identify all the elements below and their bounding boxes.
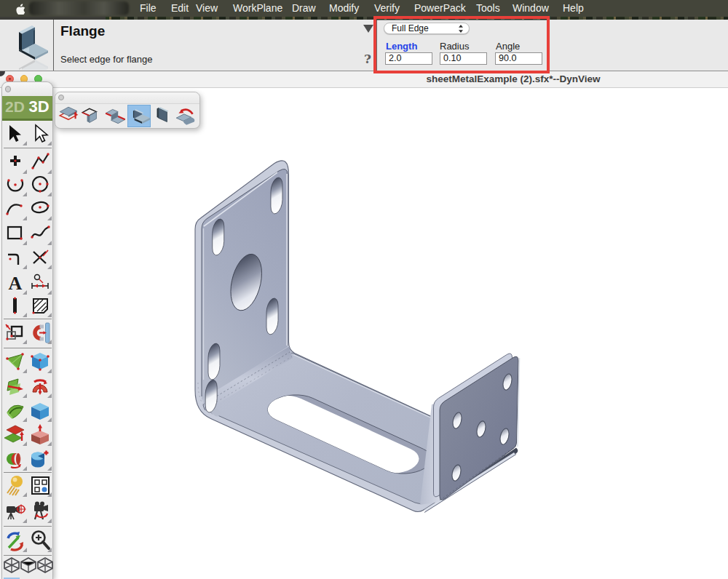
app-screen: File Edit View WorkPlane Draw Modify Ver… xyxy=(0,0,728,579)
smtool-unfold[interactable] xyxy=(174,105,197,127)
tool-zoom-plus[interactable] xyxy=(28,529,52,553)
menu-window[interactable]: Window xyxy=(513,0,549,17)
tool-hatch[interactable] xyxy=(28,294,52,318)
smtool-base-flange[interactable] xyxy=(57,105,80,127)
tool-title: Flange xyxy=(60,23,105,39)
flyout-corner-icon xyxy=(23,313,27,317)
tool-rotate-view[interactable] xyxy=(4,529,28,553)
header-divider xyxy=(53,20,54,71)
sheet-metal-bracket-model[interactable] xyxy=(0,88,728,579)
tool-prompt-text: Select edge for flange xyxy=(60,54,152,65)
menu-draw[interactable]: Draw xyxy=(292,0,316,17)
tool-rectangle[interactable] xyxy=(4,222,28,246)
palette-separator xyxy=(4,526,52,527)
flyout-corner-icon xyxy=(23,519,27,523)
flyout-corner-icon xyxy=(23,216,27,220)
z-bend-icon xyxy=(104,105,127,127)
mode-2d-button[interactable]: 2D xyxy=(4,98,26,116)
smtool-edge-flange[interactable] xyxy=(80,105,103,127)
tool-spline[interactable] xyxy=(28,222,52,246)
flyout-corner-icon xyxy=(23,548,27,552)
tool-roll-cylinder[interactable] xyxy=(4,447,28,471)
iso-cube-axis-icon xyxy=(37,556,53,574)
flyout-corner-icon xyxy=(47,216,52,220)
tool-stack-layers[interactable] xyxy=(4,423,28,447)
apple-icon[interactable] xyxy=(15,3,25,15)
menu-verify[interactable]: Verify xyxy=(374,0,400,17)
edge-flange-icon xyxy=(80,105,103,127)
tool-ellipse[interactable] xyxy=(28,197,52,221)
menu-edit[interactable]: Edit xyxy=(171,0,189,17)
tool-polyline[interactable] xyxy=(28,151,52,175)
tool-offset[interactable] xyxy=(4,321,28,345)
tool-dimension[interactable] xyxy=(28,271,52,295)
flyout-corner-icon xyxy=(23,192,27,196)
tool-render-settings[interactable] xyxy=(28,474,52,498)
tool-walkthrough-camera[interactable] xyxy=(28,500,52,524)
tool-render-sphere[interactable] xyxy=(4,474,28,498)
tool-text[interactable]: A xyxy=(4,271,28,295)
flyout-corner-icon xyxy=(47,340,52,344)
menu-modify[interactable]: Modify xyxy=(329,0,359,17)
menu-workplane[interactable]: WorkPlane xyxy=(233,0,282,17)
flyout-corner-icon xyxy=(47,492,52,497)
tool-camera-target[interactable] xyxy=(4,500,28,524)
menu-view[interactable]: View xyxy=(196,0,218,17)
tool-revolve-arch[interactable] xyxy=(28,375,52,399)
tool-arc[interactable] xyxy=(4,174,28,198)
flyout-corner-icon xyxy=(47,369,52,373)
palette-separator xyxy=(4,319,52,319)
flyout-corner-icon xyxy=(47,519,52,523)
sheetmetal-toolbar xyxy=(55,92,200,129)
tool-iso-cube-plain[interactable] xyxy=(20,556,37,578)
tool-iso-cube-axis[interactable] xyxy=(37,556,54,578)
tool-fillet-corner[interactable] xyxy=(4,246,28,270)
tool-curve[interactable] xyxy=(4,197,28,221)
flyout-corner-icon xyxy=(23,442,27,446)
menu-tools[interactable]: Tools xyxy=(476,0,500,17)
tool-iso-cube-wire[interactable] xyxy=(4,556,20,578)
svg-text:A: A xyxy=(9,273,23,294)
sheetmetal-toolbar-close-button[interactable] xyxy=(58,95,64,100)
tool-magnet-snap[interactable] xyxy=(28,321,52,345)
tool-boolean-add[interactable] xyxy=(28,447,52,471)
question-mark-icon[interactable]: ? xyxy=(364,52,371,66)
tool-select-open-arrow[interactable] xyxy=(28,122,52,146)
tool-cube-primitive[interactable] xyxy=(28,350,52,374)
palette-separator xyxy=(4,472,52,473)
palette-titlebar[interactable] xyxy=(2,82,52,97)
triangle-down-icon[interactable] xyxy=(363,25,373,33)
flyout-corner-icon xyxy=(47,442,52,446)
document-titlebar xyxy=(0,71,728,89)
sheetmetal-toolbar-titlebar[interactable] xyxy=(55,92,199,104)
flyout-corner-icon xyxy=(23,466,27,471)
flange-tool-icon xyxy=(9,22,54,70)
mode-3d-button[interactable]: 3D xyxy=(28,97,51,116)
tool-trim-cross[interactable] xyxy=(28,246,52,270)
drawing-canvas[interactable] xyxy=(0,88,728,579)
flyout-corner-icon xyxy=(47,548,52,552)
mode-toggle[interactable]: 2D 3D xyxy=(2,96,52,121)
flyout-corner-icon xyxy=(23,141,27,145)
tool-point[interactable] xyxy=(4,151,28,175)
palette-separator xyxy=(4,348,52,348)
flyout-corner-icon xyxy=(47,313,52,317)
flyout-corner-icon xyxy=(23,418,27,422)
tool-circle[interactable] xyxy=(28,174,52,198)
flyout-corner-icon xyxy=(23,241,27,245)
tool-extrude-face[interactable] xyxy=(28,423,52,447)
flyout-corner-icon xyxy=(23,492,27,497)
smtool-flange[interactable] xyxy=(127,105,151,127)
tool-sweep-surface[interactable] xyxy=(4,399,28,423)
smtool-hem[interactable] xyxy=(151,105,174,127)
tool-solid-cube[interactable] xyxy=(28,399,52,423)
tool-select-arrow[interactable] xyxy=(4,122,28,146)
tool-plane-arrow[interactable] xyxy=(4,375,28,399)
palette-close-button[interactable] xyxy=(5,86,12,92)
tool-divider-bar[interactable] xyxy=(4,294,28,318)
tool-mesh-triangle[interactable] xyxy=(4,350,28,374)
menu-help[interactable]: Help xyxy=(563,0,584,17)
menu-file[interactable]: File xyxy=(140,0,157,17)
smtool-z-bend[interactable] xyxy=(104,105,127,127)
menu-powerpack[interactable]: PowerPack xyxy=(414,0,466,17)
